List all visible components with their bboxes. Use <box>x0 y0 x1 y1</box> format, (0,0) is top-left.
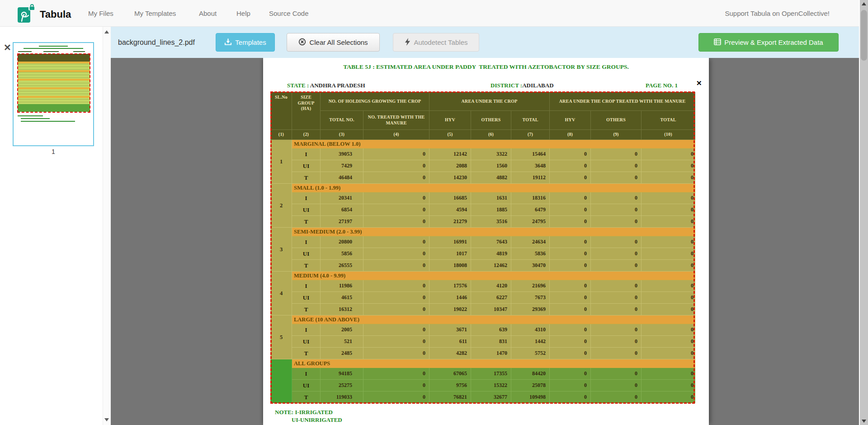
cell-value: 16312 <box>321 304 363 315</box>
pdf-table: SL.NoSIZE GROUP (HA)NO. OF HOLDINGS GROW… <box>270 92 695 403</box>
scroll-up-icon[interactable] <box>104 30 109 33</box>
cell-value: 0 <box>363 280 429 292</box>
cell-value: 20341 <box>321 192 363 204</box>
cell-value: 0 <box>363 348 429 359</box>
cell-value: 0 <box>550 392 591 403</box>
autodetect-tables-label: Autodetect Tables <box>414 38 468 46</box>
table-row: UI74290208815603648000 <box>271 160 695 172</box>
cell-value: 0 <box>363 292 429 304</box>
header-row: TOTAL NO.NO. TREATED WITH THE MANUREHYVO… <box>271 111 695 130</box>
cell-value: 0 <box>591 148 642 160</box>
scroll-down-icon[interactable] <box>862 420 866 423</box>
group-band: SMALL (1.0 - 1.99) <box>292 184 695 192</box>
support-link[interactable]: Support Tabula on OpenCollective! <box>725 0 830 27</box>
state-value: ANDHRA PRADESH <box>310 82 365 89</box>
cell-value: 21279 <box>429 216 471 228</box>
pdf-filename: background_lines_2.pdf <box>118 27 195 58</box>
row-label: T <box>292 260 321 272</box>
cell-value: 0 <box>642 336 695 348</box>
cell-value: 1560 <box>471 160 511 172</box>
cell-value: 0 <box>550 260 591 272</box>
table-row: T265550180081246230470000 <box>271 260 695 272</box>
nav-about[interactable]: About <box>199 0 217 27</box>
nav-my-files[interactable]: My Files <box>88 0 113 27</box>
column-header: AREA UNDER THE CROP <box>429 92 550 111</box>
templates-button[interactable]: Templates <box>216 33 275 52</box>
cell-value: 6479 <box>511 204 550 216</box>
templates-button-label: Templates <box>235 38 266 46</box>
autodetect-tables-button[interactable]: Autodetect Tables <box>393 33 479 52</box>
cell-value: 46484 <box>321 172 363 184</box>
row-label: T <box>292 348 321 359</box>
sidebar-scrollbar[interactable] <box>103 27 111 425</box>
cell-value: 9756 <box>429 380 471 392</box>
row-label: T <box>292 172 321 184</box>
page-thumbnail[interactable] <box>13 42 94 146</box>
cell-value: 0 <box>642 236 695 248</box>
cell-value: 0 <box>591 292 642 304</box>
cell-value: 10347 <box>471 304 511 315</box>
cell-value: 0 <box>642 304 695 315</box>
cell-value: 119033 <box>321 392 363 403</box>
window-scrollbar[interactable] <box>859 0 868 425</box>
cell-value: 5752 <box>511 348 550 359</box>
import-icon <box>224 38 232 47</box>
scroll-up-icon[interactable] <box>862 2 866 5</box>
cell-value: 4282 <box>429 348 471 359</box>
column-number: (7) <box>511 130 550 140</box>
nav-help[interactable]: Help <box>236 0 250 27</box>
cell-value: 0 <box>642 192 695 204</box>
thumb-note-line <box>21 121 75 122</box>
cell-value: 0 <box>642 248 695 260</box>
brand[interactable]: Tabula <box>17 4 71 25</box>
cell-value: 0 <box>363 248 429 260</box>
nav-my-templates[interactable]: My Templates <box>134 0 176 27</box>
thumb-title-line <box>39 46 68 47</box>
column-header: OTHERS <box>471 111 511 130</box>
row-label: I <box>292 280 321 292</box>
cell-value: 24795 <box>511 216 550 228</box>
scroll-down-icon[interactable] <box>104 418 109 421</box>
cell-value: 17576 <box>429 280 471 292</box>
remove-page-icon[interactable]: ✕ <box>4 42 11 53</box>
clear-selections-button[interactable]: Clear All Selections <box>287 33 380 52</box>
column-header: SIZE GROUP (HA) <box>292 92 321 130</box>
cell-value: 2005 <box>321 324 363 336</box>
cell-value: 0 <box>591 172 642 184</box>
scrollbar-thumb[interactable] <box>861 10 867 61</box>
cell-value: 0 <box>550 324 591 336</box>
cell-value: 0 <box>591 348 642 359</box>
district-line: DISTRICT :ADILABAD <box>491 82 554 89</box>
district-value: ADILABAD <box>522 82 553 89</box>
thumb-meta-line <box>18 51 32 52</box>
table-row: T27197021279351624795000 <box>271 216 695 228</box>
table-row: T11903307682132677109498000 <box>271 392 695 403</box>
selection-close-icon[interactable]: ✕ <box>696 79 702 87</box>
cell-value: 25078 <box>511 380 550 392</box>
nav-source-code[interactable]: Source Code <box>269 0 309 27</box>
table-row: UI52106118311442000 <box>271 336 695 348</box>
table-row: UI58560101748195836000 <box>271 248 695 260</box>
cell-value: 0 <box>591 204 642 216</box>
group-slno: 5 <box>271 315 292 359</box>
row-label: I <box>292 236 321 248</box>
pdf-page[interactable]: TABLE 5J : ESTIMATED AREA UNDER PADDY TR… <box>263 58 709 425</box>
cell-value: 0 <box>550 292 591 304</box>
cell-value: 0 <box>363 236 429 248</box>
toolbar: background_lines_2.pdf Templates Clear A… <box>111 27 859 58</box>
cell-value: 611 <box>429 336 471 348</box>
cell-value: 0 <box>591 160 642 172</box>
tabula-logo-icon <box>17 4 35 25</box>
cell-value: 0 <box>591 324 642 336</box>
cell-value: 14230 <box>429 172 471 184</box>
cell-value: 0 <box>642 392 695 403</box>
cell-value: 29369 <box>511 304 550 315</box>
cell-value: 7429 <box>321 160 363 172</box>
cell-value: 4615 <box>321 292 363 304</box>
cell-value: 0 <box>550 172 591 184</box>
row-label: I <box>292 148 321 160</box>
cell-value: 25275 <box>321 380 363 392</box>
preview-export-button[interactable]: Preview & Export Extracted Data <box>698 33 839 52</box>
cell-value: 0 <box>550 216 591 228</box>
cell-value: 0 <box>642 324 695 336</box>
